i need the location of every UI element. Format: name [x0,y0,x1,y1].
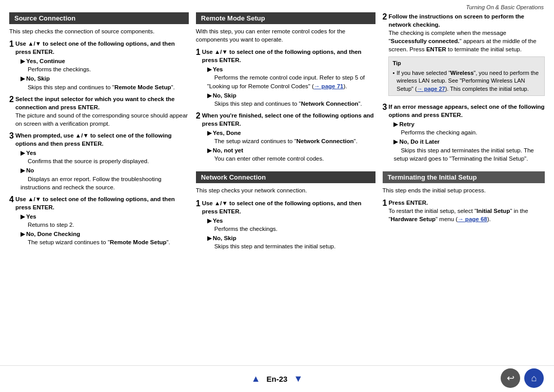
remote-step-num-1: 1 [196,48,201,57]
step-4-no-done: ▶No, Done Checking The setup wizard cont… [21,230,189,246]
down-arrow[interactable]: ▼ [293,374,303,384]
remote-step-1: 1 Use ▲/▼ to select one of the following… [196,48,375,108]
terminating-step-1-content: Press ENTER. To restart the initial setu… [388,199,545,223]
remote-step-2-title: When you're finished, select one of the … [202,112,374,127]
home-icon: ⌂ [531,373,537,384]
content-area: Source Connection This step checks the c… [0,12,554,363]
terminating-section: Terminating the Initial Setup This step … [383,166,545,227]
remote-step-1-yes: ▶Yes Performs the remote control code in… [207,65,375,90]
page-footer: ▲ En-23 ▼ ↩ ⌂ [0,365,554,392]
step-4-content: Use ▲/▼ to select one of the following o… [15,195,189,247]
remote-step-2-no-not-yet: ▶No, not yet You can enter other remote … [207,146,375,163]
network-step-1: 1 Use ▲/▼ to select one of the following… [196,199,375,251]
network-step-1-no-skip: ▶No, Skip Skips this step and terminates… [207,234,375,250]
network-connection-intro: This step checks your network connection… [196,186,375,194]
step-1-yes-continue: ▶Yes, Continue Performs the checkings. [21,57,189,73]
network-step-1-title: Use ▲/▼ to select one of the following o… [202,200,362,214]
step-3-content: When prompted, use ▲/▼ to select one of … [15,131,189,191]
network-step-num-1: 1 [196,199,201,208]
page-number: En-23 [267,375,288,383]
network-step-1-content: Use ▲/▼ to select one of the following o… [202,199,375,251]
step-4-title: Use ▲/▼ to select one of the following o… [15,196,175,210]
step-2-body: The picture and sound of the correspondi… [15,112,188,127]
right-step-num-3: 3 [383,103,387,112]
back-button[interactable]: ↩ [501,368,520,388]
remote-mode-section: Remote Mode Setup With this step, you ca… [196,12,375,166]
source-step-3: 3 When prompted, use ▲/▼ to select one o… [9,131,189,191]
middle-column: Remote Mode Setup With this step, you ca… [196,12,375,363]
back-icon: ↩ [507,373,515,384]
network-connection-section: Network Connection This step checks your… [196,171,375,254]
step-3-title: When prompted, use ▲/▼ to select one of … [15,132,172,147]
step-num-1: 1 [9,40,14,49]
page-header: Turning On & Basic Operations [0,0,554,12]
remote-step-2-content: When you're finished, select one of the … [202,111,375,163]
right-step-3-no-do-later: ▶No, Do it Later Skips this step and ter… [393,138,545,162]
right-step-2: 2 Follow the instructions on screen to p… [383,12,545,99]
home-button[interactable]: ⌂ [524,368,544,388]
tip-content: If you have selected "Wireless", you nee… [392,69,541,93]
terminating-step-1-body: To restart the initial setup, select "In… [388,208,528,222]
terminating-step-1: 1 Press ENTER. To restart the initial se… [383,199,545,223]
terminating-step-num-1: 1 [383,199,387,208]
source-step-2: 2 Select the input selector for which yo… [9,95,189,128]
remote-mode-intro: With this step, you can enter remote con… [196,27,375,44]
remote-step-2-yes-done: ▶Yes, Done The setup wizard continues to… [207,129,375,145]
footer-nav-icons: ↩ ⌂ [501,368,544,388]
remote-step-2: 2 When you're finished, select one of th… [196,111,375,163]
step-num-3: 3 [9,131,14,141]
tip-box: Tip If you have selected "Wireless", you… [388,56,545,96]
source-connection-intro: This step checks the connection of sourc… [9,27,189,35]
step-2-content: Select the input selector for which you … [15,95,189,128]
step-num-4: 4 [9,195,14,204]
source-connection-column: Source Connection This step checks the c… [9,12,189,363]
up-arrow[interactable]: ▲ [251,374,261,384]
right-step-3-content: If an error message appears, select one … [388,103,545,163]
right-step-3: 3 If an error message appears, select on… [383,103,545,163]
network-connection-heading: Network Connection [196,171,375,183]
remote-step-1-no-skip: ▶No, Skip Skips this step and continues … [207,91,375,108]
source-step-4: 4 Use ▲/▼ to select one of the following… [9,195,189,247]
terminating-heading: Terminating the Initial Setup [383,171,545,183]
source-step-1: 1 Use ▲/▼ to select one of the following… [9,40,189,91]
right-step-3-retry: ▶Retry Performs the checking again. [393,120,545,136]
terminating-step-1-title: Press ENTER. [388,200,428,206]
step-3-no: ▶No Displays an error report. Follow the… [21,166,189,191]
step-4-yes: ▶Yes Returns to step 2. [21,212,189,229]
right-column: 2 Follow the instructions on screen to p… [383,12,545,363]
right-step-num-2: 2 [383,12,387,22]
step-1-no-skip: ▶No, Skip Skips this step and continues … [21,74,189,91]
tip-label: Tip [392,60,541,67]
step-1-content: Use ▲/▼ to select one of the following o… [15,40,189,91]
step-1-title: Use ▲/▼ to select one of the following o… [15,41,175,55]
source-connection-heading: Source Connection [9,12,189,24]
right-step-3-title: If an error message appears, select one … [388,104,544,118]
step-num-2: 2 [9,95,14,104]
network-step-1-yes: ▶Yes Performs the checkings. [207,217,375,233]
step-2-title: Select the input selector for which you … [15,96,175,110]
header-title: Turning On & Basic Operations [466,4,544,10]
remote-step-1-content: Use ▲/▼ to select one of the following o… [202,48,375,108]
remote-step-num-2: 2 [196,111,201,121]
right-step-2-content: Follow the instructions on screen to per… [388,12,545,99]
remote-mode-heading: Remote Mode Setup [196,12,375,24]
right-step-2-title: Follow the instructions on screen to per… [388,13,524,28]
right-step-2-body1: The checking is complete when the messag… [388,30,536,52]
terminating-intro: This step ends the initial setup process… [383,186,545,194]
remote-step-1-title: Use ▲/▼ to select one of the following o… [202,49,362,63]
page-number-area: ▲ En-23 ▼ [251,374,303,384]
step-3-yes: ▶Yes Confirms that the source is properl… [21,149,189,165]
